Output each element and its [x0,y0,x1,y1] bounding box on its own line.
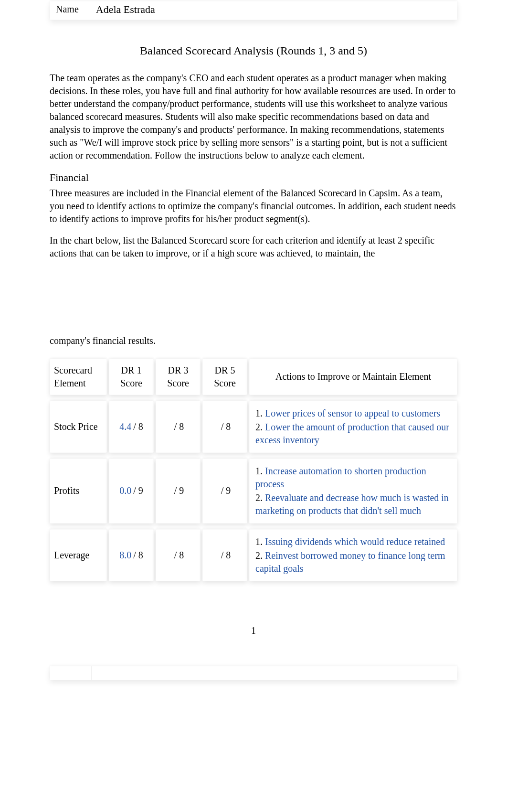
dr5-max: / 8 [221,420,231,433]
cell-dr3[interactable]: / 8 [156,529,201,581]
dr1-max: / 8 [133,420,143,433]
dr3-max: / 8 [174,549,184,562]
cell-actions[interactable]: 1. Lower prices of sensor to appeal to c… [249,401,457,453]
table-row: Leverage 8.0 / 8 / 8 / 8 [50,529,457,581]
cell-dr1[interactable]: 0.0 / 9 [109,459,154,524]
dr5-max: / 8 [221,549,231,562]
cell-dr1[interactable]: 8.0 / 8 [109,529,154,581]
th-dr5: DR 5 Score [202,359,247,395]
intro-paragraph: The team operates as the company's CEO a… [50,72,457,162]
th-dr1: DR 1 Score [109,359,154,395]
cell-dr5[interactable]: / 8 [202,401,247,453]
dr3-max: / 8 [174,420,184,433]
dr1-value: 8.0 [119,549,131,562]
footer-placeholder [50,666,457,680]
name-field: Name Adela Estrada [50,0,457,20]
page-number: 1 [50,624,457,637]
cell-dr5[interactable]: / 8 [202,529,247,581]
th-dr3: DR 3 Score [156,359,201,395]
dr1-max: / 9 [133,484,143,497]
table-row: Profits 0.0 / 9 / 9 / 9 [50,459,457,524]
cell-dr3[interactable]: / 8 [156,401,201,453]
page-title: Balanced Scorecard Analysis (Rounds 1, 3… [50,43,457,58]
cell-dr5[interactable]: / 9 [202,459,247,524]
dr1-value: 4.4 [119,420,131,433]
action-2: Reinvest borrowed money to finance long … [255,550,445,574]
cell-element: Stock Price [50,401,107,453]
th-actions: Actions to Improve or Maintain Element [249,359,457,395]
th-element: Scorecard Element [50,359,107,395]
financial-paragraph-1: Three measures are included in the Finan… [50,187,457,225]
action-2: Reevaluate and decrease how much is wast… [255,492,449,516]
table-row: Stock Price 4.4 / 8 / 8 / [50,401,457,453]
cell-actions[interactable]: 1. Issuing dividends which would reduce … [249,529,457,581]
table-header-row: Scorecard Element DR 1 Score DR 3 Score … [50,359,457,395]
financial-paragraph-2b: company's financial results. [50,334,457,347]
dr1-value: 0.0 [119,484,131,497]
action-2: Lower the amount of production that caus… [255,422,449,445]
name-label: Name [56,3,79,16]
dr5-max: / 9 [221,484,231,497]
cell-actions[interactable]: 1. Increase automation to shorten produc… [249,459,457,524]
action-1: Issuing dividends which would reduce ret… [265,536,445,547]
cell-dr3[interactable]: / 9 [156,459,201,524]
action-1: Lower prices of sensor to appeal to cust… [265,408,440,418]
cell-dr1[interactable]: 4.4 / 8 [109,401,154,453]
cell-element: Profits [50,459,107,524]
section-heading-financial: Financial [50,171,457,185]
dr3-max: / 9 [174,484,184,497]
name-value[interactable]: Adela Estrada [96,2,155,17]
financial-paragraph-2a: In the chart below, list the Balanced Sc… [50,234,457,260]
dr1-max: / 8 [133,549,143,562]
financial-scorecard-table: Scorecard Element DR 1 Score DR 3 Score … [50,359,457,581]
cell-element: Leverage [50,529,107,581]
action-1: Increase automation to shorten productio… [255,466,426,489]
